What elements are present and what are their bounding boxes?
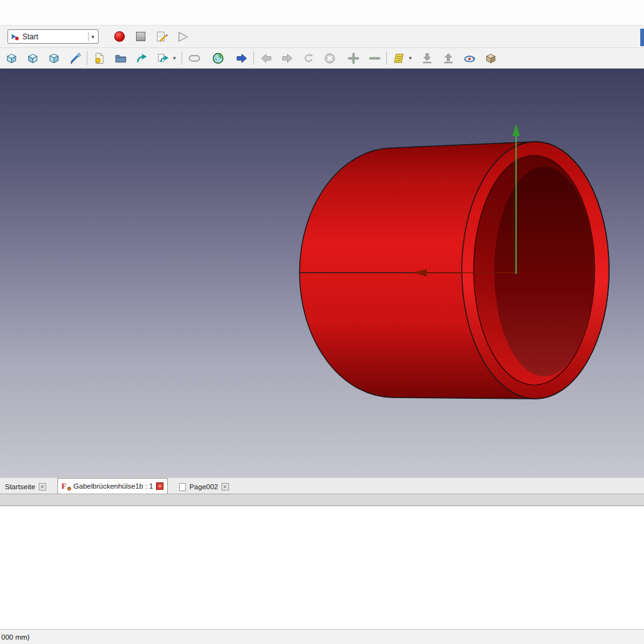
- axonometric-view-3-button[interactable]: [46, 50, 62, 66]
- arrow-out-of-tray-icon: [442, 52, 455, 65]
- statusbar-dimensions-text: 000 mm): [1, 633, 29, 641]
- zoom-in-button[interactable]: [345, 50, 361, 66]
- tab-close-button[interactable]: ×: [222, 483, 229, 490]
- drawing-sheet-icon: [393, 52, 406, 65]
- export-arrow-icon: [135, 52, 149, 65]
- export-menu-chevron[interactable]: ▾: [171, 50, 178, 66]
- chevron-down-icon[interactable]: ▾: [88, 32, 97, 41]
- macro-edit-icon: [155, 31, 168, 43]
- tab-close-button[interactable]: ×: [156, 482, 163, 490]
- macro-stop-button[interactable]: [132, 29, 149, 45]
- refresh-icon: [302, 52, 315, 65]
- blue-arrow-right-icon: [235, 52, 248, 65]
- nav-back-button[interactable]: [258, 50, 274, 66]
- back-arrow-icon: [260, 52, 273, 65]
- gear-icon: [67, 487, 71, 490]
- macro-toolbar: Start ▾: [0, 25, 644, 47]
- tab-gabelbrueckenhuelse[interactable]: F Gabelbrückenhülse1b : 1 ×: [57, 478, 168, 494]
- new-document-icon: [93, 52, 106, 65]
- tab-close-button[interactable]: ×: [39, 483, 46, 490]
- trimetric-cube-icon: [47, 52, 61, 65]
- web-go-button[interactable]: [233, 50, 250, 66]
- macro-execute-button[interactable]: [175, 29, 191, 45]
- axonometric-view-1-button[interactable]: [3, 50, 19, 66]
- export-options-button[interactable]: [155, 50, 171, 66]
- document-tabbar: Startseite × F Gabelbrückenhülse1b : 1 ×…: [0, 477, 644, 494]
- tab-label: Page002: [189, 483, 218, 490]
- freecad-window: Start ▾: [0, 0, 644, 644]
- techdraw-view-button[interactable]: [391, 50, 407, 66]
- freecad-document-icon: F: [62, 482, 71, 490]
- part-box-button[interactable]: [482, 50, 499, 66]
- box-icon: [484, 52, 497, 65]
- open-document-button[interactable]: [112, 50, 129, 66]
- axonometric-cube-icon: [5, 52, 18, 65]
- menubar-empty-area: [0, 0, 644, 25]
- measure-pen-icon: [69, 52, 82, 65]
- orbit-rotate-icon: [463, 52, 476, 65]
- open-folder-icon: [114, 52, 127, 65]
- macro-edit-button[interactable]: [154, 29, 170, 45]
- abort-button[interactable]: [321, 50, 338, 66]
- minus-icon: [368, 52, 381, 65]
- play-icon: [177, 31, 189, 43]
- dimetric-cube-icon: [26, 52, 39, 65]
- toolbar-separator: [182, 51, 182, 65]
- insert-clip-button[interactable]: [419, 50, 435, 66]
- measure-button[interactable]: [67, 50, 83, 66]
- rotate-view-button[interactable]: [461, 50, 477, 66]
- tab-page002[interactable]: Page002 ×: [175, 480, 232, 494]
- 3d-viewport[interactable]: [0, 69, 644, 477]
- tab-label: Gabelbrückenhülse1b : 1: [74, 482, 154, 490]
- macro-record-button[interactable]: [111, 29, 127, 45]
- nav-forward-button[interactable]: [279, 50, 295, 66]
- workbench-selector[interactable]: Start ▾: [7, 29, 99, 44]
- toolbar-separator: [253, 51, 254, 65]
- record-icon: [114, 31, 125, 42]
- right-edge-accent: [640, 29, 644, 46]
- new-document-button[interactable]: [91, 50, 107, 66]
- web-pill-icon: [188, 52, 201, 65]
- web-home-button[interactable]: [210, 50, 226, 66]
- workbench-selector-value: Start: [22, 32, 38, 41]
- axonometric-view-2-button[interactable]: [24, 50, 41, 66]
- techdraw-menu-chevron[interactable]: ▾: [407, 50, 414, 66]
- refresh-button[interactable]: [300, 50, 316, 66]
- circled-x-icon: [323, 52, 336, 65]
- part-cylinder[interactable]: [300, 142, 609, 399]
- toolbar-separator: [386, 51, 387, 65]
- remove-clip-button[interactable]: [440, 50, 456, 66]
- toolbar-separator: [87, 51, 87, 65]
- plus-icon: [347, 52, 360, 65]
- export-share-icon: [157, 52, 170, 65]
- page-icon: [179, 483, 186, 491]
- statusbar: 000 mm): [0, 629, 644, 644]
- main-toolbar: ▾: [0, 47, 644, 69]
- arrow-into-tray-icon: [421, 52, 434, 65]
- zoom-out-button[interactable]: [366, 50, 383, 66]
- forward-arrow-icon: [281, 52, 294, 65]
- tab-startseite[interactable]: Startseite ×: [1, 480, 50, 494]
- export-button[interactable]: [134, 50, 150, 66]
- workbench-start-icon: [11, 32, 19, 41]
- stop-icon: [136, 32, 145, 41]
- tab-label: Startseite: [5, 483, 36, 490]
- panel-splitter[interactable]: [0, 494, 644, 506]
- web-stop-button[interactable]: [186, 50, 202, 66]
- globe-icon: [212, 52, 225, 65]
- report-panel: [0, 506, 644, 629]
